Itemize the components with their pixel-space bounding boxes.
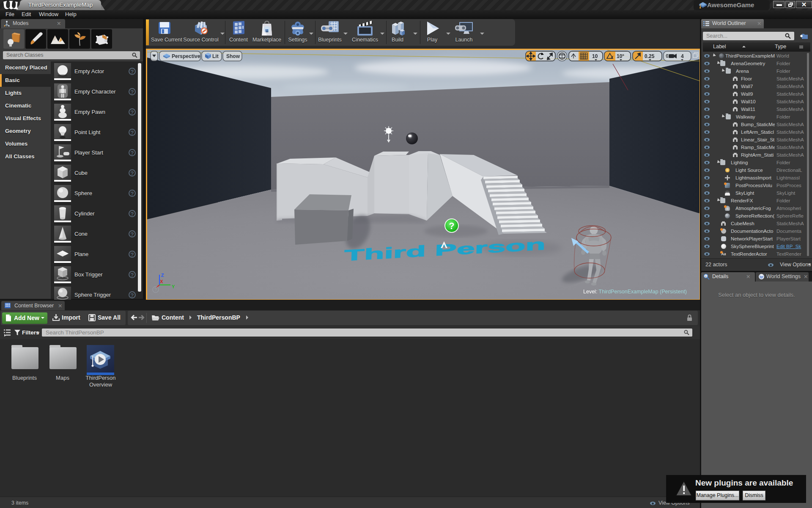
svg-text:Y: Y — [172, 284, 175, 289]
svg-text:10°: 10° — [617, 53, 624, 59]
svg-text:Lit: Lit — [212, 53, 219, 59]
svg-text:i: i — [705, 275, 706, 278]
svg-text:4: 4 — [681, 53, 684, 59]
svg-text:u: u — [265, 27, 268, 33]
svg-text:10: 10 — [592, 53, 598, 59]
svg-text:Z: Z — [161, 273, 164, 278]
svg-text:Perspective: Perspective — [172, 53, 200, 59]
svg-text:Level: ThirdPersonExampleMap (: Level: ThirdPersonExampleMap (Persistent… — [583, 289, 687, 295]
svg-text:0.25: 0.25 — [645, 53, 655, 59]
svg-text:Show: Show — [226, 53, 240, 59]
svg-text:?: ? — [154, 287, 157, 292]
svg-text:X: X — [160, 279, 163, 284]
svg-text:?: ? — [449, 221, 454, 231]
